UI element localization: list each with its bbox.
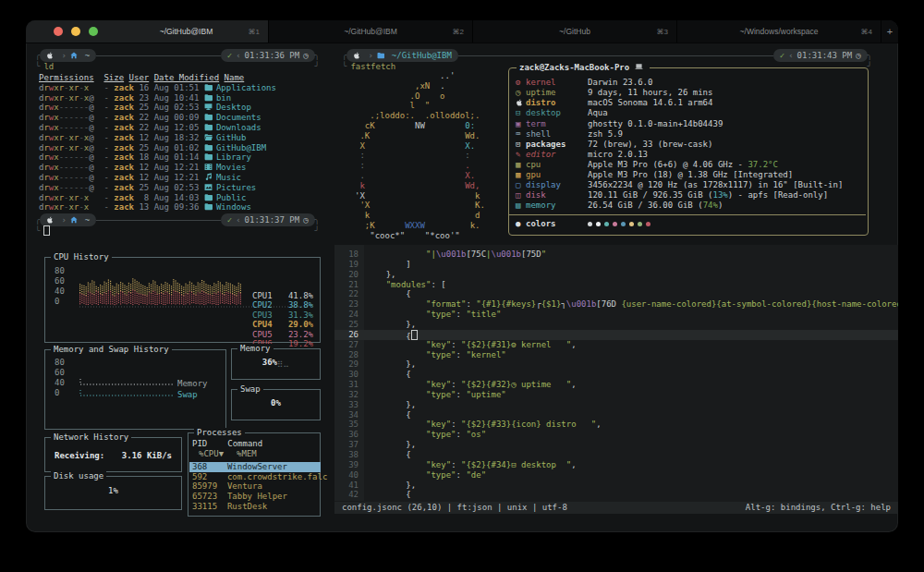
ls-row: drwxr-xr-x@ - zack 12 Aug 18:32 GitHub <box>39 133 276 143</box>
desktop-icon <box>204 103 213 111</box>
proc-header-mem: %MEM <box>224 449 257 458</box>
editor-line-20: }, <box>366 270 396 280</box>
micro-editor-pane[interactable]: 18 "|\u001b[75C|\u001b[75D"19 ]20 },21 "… <box>334 245 898 514</box>
editor-line-22: { <box>366 289 411 299</box>
apple-icon <box>516 99 523 106</box>
fastfetch-title: zack@Zacks-MacBook-Pro <box>517 63 650 73</box>
tab-label: ~/GitHub <box>559 27 590 36</box>
close-button[interactable] <box>54 27 63 36</box>
editor-line-21: "modules": [ <box>366 280 446 290</box>
process-row-33115[interactable]: 33115 RustDesk <box>189 502 321 512</box>
uptime-icon: ◷ <box>516 88 520 97</box>
tab-label: ~/GitHub@IBM <box>160 27 213 36</box>
tab-2[interactable]: ~/GitHub@IBM⌘2 <box>268 20 472 43</box>
shell-icon: ⌨ <box>516 129 520 139</box>
cpu-legend-CPU5: CPU523.2% <box>252 330 313 340</box>
box-title: Swap <box>237 384 263 395</box>
editor-line-34: { <box>366 410 411 420</box>
image-icon <box>204 183 213 191</box>
editor-line-27: "key": "{$2}{#31}⚙ kernel ", <box>366 340 577 350</box>
editor-line-25: }, <box>366 320 416 330</box>
fastfetch-row-cpu: ▦cpuApple M3 Pro (6+6) @ 4.06 GHz - 37.2… <box>516 160 861 170</box>
process-row-85979[interactable]: 85979 Ventura <box>189 481 321 492</box>
network-history-box: Network HistoryReceiving:3.16 KiB/s <box>44 437 182 472</box>
memory-swap-graph <box>73 356 193 404</box>
box-title: Memory <box>237 344 274 354</box>
fastfetch-row-gpu: ▩gpuApple M3 Pro (18) @ 1.38 GHz [Integr… <box>516 170 861 180</box>
box-title: CPU History <box>51 252 112 262</box>
box-title: Processes <box>194 428 245 438</box>
folder-icon <box>377 52 384 59</box>
process-row-368[interactable]: 368 WindowServer <box>189 462 321 472</box>
ls-row: drwx------@ - zack 22 Aug 12:05 Download… <box>39 123 276 133</box>
film-icon <box>204 163 213 171</box>
editor-line-41: }, <box>366 481 416 491</box>
editor-line-42: { <box>366 490 411 500</box>
box-title: Disk usage <box>51 471 106 481</box>
fastfetch-row-editor: ✎editormicro 2.0.13 <box>516 150 861 160</box>
check-icon: ✓ <box>227 51 232 61</box>
cpu-legend-CPU1: CPU141.8% <box>252 291 313 301</box>
ls-row: drwx------@ - zack 25 Aug 02:53 Pictures <box>39 183 276 193</box>
check-icon: ✓ <box>780 51 784 61</box>
swap-gauge-box: Swap0% <box>231 389 321 420</box>
terminal-cursor <box>43 225 50 236</box>
editor-line-28: "type": "kernel" <box>366 350 506 360</box>
editor-status-bar: config.jsonc (26,10) | ft:json | unix | … <box>334 502 898 514</box>
proc-header-cpu: %CPU▼ <box>199 449 224 458</box>
ls-output: Permissions Size User Date Modified Name… <box>39 73 276 213</box>
check-icon: ✓ <box>227 215 232 225</box>
process-row-65723[interactable]: 65723 Tabby Helper <box>189 492 321 502</box>
ls-row: drwx------@ - zack 12 Aug 12:21 Movies <box>39 163 276 173</box>
house-icon <box>70 216 78 224</box>
tab-3[interactable]: ~/GitHub⌘3 <box>472 20 676 43</box>
folder-icon <box>204 113 213 121</box>
ls-row: drwx------@ - zack 18 Aug 01:14 Library <box>39 152 276 163</box>
disk-usage-box: Disk usage1% <box>44 476 182 510</box>
editor-line-18: "|\u001b[75C|\u001b[75D" <box>366 249 546 260</box>
process-row-592[interactable]: 592 com.crowdstrike.falc <box>189 472 321 482</box>
memory-percent: 36%⣶⣀ <box>232 358 320 368</box>
status-left: config.jsonc (26,10) | ft:json | unix | … <box>342 503 567 513</box>
disk-percent: 1% <box>45 486 181 496</box>
editor-line-38: { <box>366 450 411 460</box>
ls-row: drwxr-xr-x - zack 8 Aug 14:03 Public <box>39 193 276 203</box>
memory-gauge-box: Memory36%⣶⣀ <box>231 348 321 380</box>
minimize-button[interactable] <box>71 27 80 36</box>
fastfetch-row-display: ▢display3456x2234 @ 120 Hz (as 1728x1117… <box>516 180 861 190</box>
house-icon <box>70 52 78 59</box>
ls-row: drwxr-xr-x@ - zack 25 Aug 01:02 GitHub@I… <box>39 143 276 153</box>
tab-4[interactable]: ~/Windows/workspace⌘4 <box>676 20 881 43</box>
tab-label: ~/GitHub@IBM <box>344 27 397 36</box>
cpu-legend-CPU2: CPU238.8% <box>252 300 313 310</box>
command-text: fastfetch <box>350 62 395 71</box>
folder-icon <box>204 152 213 161</box>
terminal-window: ~/GitHub@IBM⌘1~/GitHub@IBM⌘2~/GitHub⌘3~/… <box>26 20 898 532</box>
apple-icon <box>353 52 360 59</box>
new-tab-button[interactable]: + <box>881 20 898 43</box>
box-title: Memory and Swap History <box>51 345 172 355</box>
tab-github-ibm-1[interactable]: ~/GitHub@IBM⌘1 <box>104 20 268 43</box>
command-line: ╰╯ <box>35 225 320 237</box>
tab-bar: ~/GitHub@IBM⌘1~/GitHub@IBM⌘2~/GitHub⌘3~/… <box>26 20 898 43</box>
fastfetch-row-kernel: ⚙kernelDarwin 23.6.0 <box>516 78 861 88</box>
apple-icon <box>46 216 54 224</box>
editor-line-32: "type": "uptime" <box>366 390 506 400</box>
traffic-lights <box>26 20 104 43</box>
active-tab-group: ~/GitHub@IBM⌘1 <box>26 20 268 43</box>
fastfetch-row-distro: distromacOS Sonoma 14.6.1 arm64 <box>516 98 861 108</box>
status-right: Alt-g: bindings, Ctrl-g: help <box>746 503 891 513</box>
folder-icon <box>204 143 213 152</box>
ls-header: Permissions Size User Date Modified Name <box>39 73 276 83</box>
swap-percent: 0% <box>232 398 320 408</box>
editor-line-30: { <box>366 370 411 380</box>
editor-line-39: "key": "{$2}{#34}⊟ desktop ", <box>366 460 577 470</box>
fastfetch-ascii-art: ..' ,xN . .O o l " .;loddo:. .olloddol;.… <box>355 71 485 241</box>
packages-icon: ⊡ <box>516 140 520 149</box>
cpu-legend-CPU3: CPU331.3% <box>252 310 313 321</box>
ls-row: drwxr-xr-x@ - zack 23 Aug 10:41 bin <box>39 93 276 103</box>
clock-icon: ◷ <box>303 51 308 61</box>
command-line: ╰ld╯ <box>35 60 320 73</box>
zoom-button[interactable] <box>89 27 98 36</box>
cpu-history-box: CPU History8060400CPU141.8%CPU238.8%CPU3… <box>44 257 321 343</box>
